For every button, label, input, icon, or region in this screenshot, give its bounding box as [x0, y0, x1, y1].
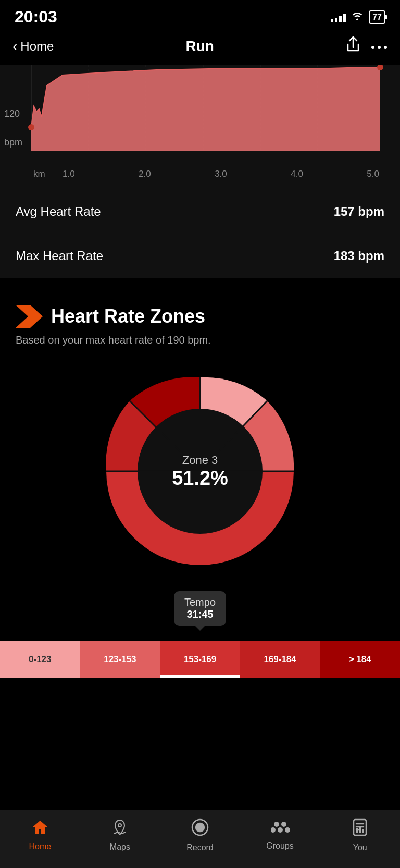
chart-svg: 120 bpm — [0, 65, 400, 169]
zones-chevron-icon — [16, 305, 43, 328]
chart-x-origin: km — [31, 169, 63, 179]
svg-point-10 — [28, 124, 34, 130]
tooltip-container: Tempo 31:45 — [16, 591, 384, 626]
bottom-nav: Home Maps Record — [0, 810, 400, 868]
avg-heart-rate-row: Avg Heart Rate 157 bpm — [16, 190, 384, 234]
nav-you[interactable]: You — [334, 818, 386, 852]
zone-bands: 0-123 123-153 153-169 169-184 > 184 — [0, 641, 400, 678]
nav-groups[interactable]: Groups — [254, 820, 306, 851]
nav-groups-label: Groups — [266, 841, 293, 851]
heart-rate-zones-section: Heart Rate Zones Based on your max heart… — [0, 286, 400, 688]
status-icons: 77 — [331, 10, 385, 24]
zone-band-4[interactable]: 169-184 — [240, 641, 320, 678]
donut-zone-value: 51.2% — [172, 467, 228, 490]
zones-title: Heart Rate Zones — [51, 305, 205, 327]
battery-icon: 77 — [369, 10, 385, 24]
zone-band-2[interactable]: 123-153 — [80, 641, 160, 678]
stats-section: Avg Heart Rate 157 bpm Max Heart Rate 18… — [0, 190, 400, 278]
more-options-icon[interactable] — [371, 40, 388, 53]
chart-x-axis: km 1.0 2.0 3.0 4.0 5.0 — [0, 169, 400, 179]
chart-x-label-4: 4.0 — [291, 169, 303, 179]
maps-icon — [112, 819, 128, 839]
zone-band-5[interactable]: > 184 — [320, 641, 400, 678]
svg-point-24 — [274, 822, 279, 827]
svg-text:bpm: bpm — [4, 137, 22, 148]
svg-point-25 — [281, 822, 286, 827]
chart-x-label-5: 5.0 — [367, 169, 379, 179]
avg-heart-rate-label: Avg Heart Rate — [16, 204, 101, 219]
svg-point-0 — [371, 46, 374, 49]
you-icon — [353, 818, 367, 840]
groups-icon — [271, 820, 290, 838]
record-icon — [191, 818, 209, 840]
zone-band-1[interactable]: 0-123 — [0, 641, 80, 678]
wifi-icon — [351, 11, 364, 23]
nav-record[interactable]: Record — [174, 818, 226, 852]
nav-you-label: You — [353, 843, 367, 852]
chart-container: 120 bpm — [0, 65, 400, 169]
svg-rect-33 — [356, 828, 358, 833]
nav-maps-label: Maps — [110, 842, 130, 852]
svg-point-26 — [278, 827, 283, 833]
page-title: Run — [185, 38, 214, 55]
heart-rate-chart-section: 120 bpm km 1.0 2.0 3.0 4.0 5.0 — [0, 65, 400, 190]
max-heart-rate-value: 183 bpm — [334, 249, 384, 263]
svg-rect-34 — [359, 826, 361, 833]
donut-chart: Zone 3 51.2% — [91, 362, 309, 581]
donut-center-text: Zone 3 51.2% — [172, 454, 228, 490]
svg-marker-14 — [16, 305, 43, 328]
max-heart-rate-label: Max Heart Rate — [16, 249, 103, 263]
zone-band-3[interactable]: 153-169 — [160, 641, 240, 678]
svg-point-23 — [196, 823, 204, 832]
svg-point-2 — [384, 46, 387, 49]
nav-maps[interactable]: Maps — [94, 819, 146, 852]
status-time: 20:03 — [15, 7, 57, 27]
status-bar: 20:03 77 — [0, 0, 400, 31]
zones-header: Heart Rate Zones — [16, 305, 384, 328]
nav-record-label: Record — [186, 843, 214, 852]
svg-point-1 — [378, 46, 381, 49]
tooltip-box: Tempo 31:45 — [174, 591, 226, 626]
back-chevron-icon: ‹ — [12, 38, 17, 55]
header-actions — [346, 36, 388, 56]
chart-x-label-1: 1.0 — [63, 169, 75, 179]
max-heart-rate-row: Max Heart Rate 183 bpm — [16, 234, 384, 278]
nav-home[interactable]: Home — [14, 820, 66, 851]
signal-icon — [331, 12, 346, 22]
svg-point-21 — [118, 824, 121, 827]
svg-rect-35 — [362, 829, 364, 833]
zones-subtitle: Based on your max heart rate of 190 bpm. — [16, 334, 384, 346]
share-icon[interactable] — [346, 36, 360, 56]
svg-point-28 — [285, 827, 290, 833]
chart-x-label-2: 2.0 — [139, 169, 151, 179]
tooltip-label: Tempo — [184, 596, 216, 608]
donut-zone-label: Zone 3 — [172, 454, 228, 467]
svg-text:120: 120 — [4, 108, 20, 119]
back-label: Home — [20, 39, 54, 54]
home-icon — [32, 820, 48, 839]
avg-heart-rate-value: 157 bpm — [334, 204, 384, 219]
svg-point-27 — [271, 827, 276, 833]
nav-home-label: Home — [29, 842, 51, 851]
tooltip-value: 31:45 — [184, 608, 216, 620]
header: ‹ Home Run — [0, 31, 400, 65]
back-button[interactable]: ‹ Home — [12, 38, 54, 55]
chart-x-label-3: 3.0 — [215, 169, 227, 179]
